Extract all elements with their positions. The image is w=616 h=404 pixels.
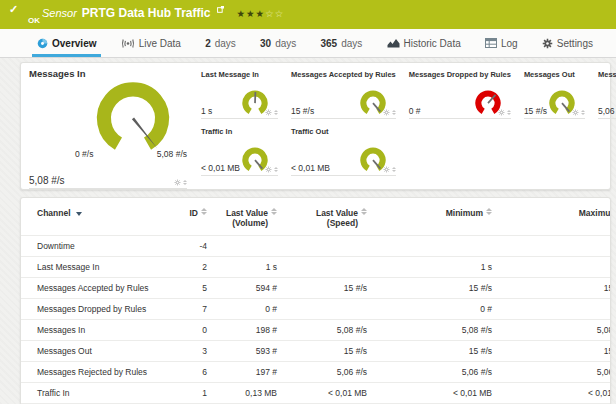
cell-minimum: 15 #/s [371,341,496,362]
gauge-scale-max: 5,08 #/s [157,149,187,159]
cell-maximum: 2 s [496,257,611,278]
column-header-last-value-volume[interactable]: Last Value (Volume) [211,204,281,236]
gauge-mini-icons [174,179,187,186]
star-empty-icon[interactable]: ☆ [265,8,275,19]
updown-arrows-icon[interactable] [274,110,278,115]
gauge-title: Traffic Out [291,127,396,137]
gauge-traffic-out[interactable]: Traffic Out < 0,01 MB [291,127,396,176]
cell-id: -4 [171,236,211,257]
gauge-last-message-in[interactable]: Last Message In 1 s [201,70,278,119]
updown-arrows-icon[interactable] [392,110,396,115]
gauge-value: 0 # [409,106,421,118]
sort-icon [361,208,367,215]
cell-maximum: < 0,01 MB [496,383,611,404]
cell-last-value-volume: 593 # [211,341,281,362]
star-empty-icon[interactable]: ☆ [275,8,285,19]
table-row: Messages In 0 198 # 5,08 #/s 5,08 #/s 5,… [21,320,611,341]
cell-minimum: 1 s [371,257,496,278]
cell-minimum: 5,08 #/s [371,320,496,341]
live-data-icon [121,38,135,49]
updown-arrows-icon[interactable] [274,167,278,172]
cell-channel: Messages Out [21,341,171,362]
gear-icon[interactable] [174,179,181,186]
cell-id: 5 [171,278,211,299]
updown-arrows-icon[interactable] [581,110,585,115]
updown-arrows-icon[interactable] [392,167,396,172]
cell-minimum: < 0,01 MB [371,383,496,404]
gauge-value: 15 #/s [291,106,314,118]
column-header-maximum[interactable]: Maximum [496,204,611,236]
gear-icon[interactable] [383,166,390,173]
sort-icon [201,208,207,215]
column-header-channel[interactable]: Channel [21,204,171,236]
cell-maximum: 15 #/s [496,341,611,362]
gauge-value: < 0,01 MB [291,163,330,175]
priority-stars[interactable]: ★★★☆☆ [237,8,285,19]
tab-live-data[interactable]: Live Data [116,29,186,57]
table-header-row: Channel ID Last Value (Volume) Last Valu… [21,204,611,236]
gear-icon[interactable] [265,166,272,173]
gauge-messages-in[interactable]: Messages In 0 #/s 5,08 #/s 5,08 #/s [29,68,187,189]
cell-last-value-speed: 15 #/s [281,341,371,362]
cell-last-value-volume: 0,13 MB [211,383,281,404]
tab-historic-data[interactable]: Historic Data [382,29,466,57]
cell-maximum: 5,08 #/s [496,320,611,341]
sort-icon [486,208,492,215]
gauge-traffic-in[interactable]: Traffic In < 0,01 MB [201,127,278,176]
tab-365-days[interactable]: 365 days [315,29,367,57]
gauge-scale-min: 0 #/s [75,149,93,159]
tab-overview[interactable]: Overview [32,29,101,57]
gauges-panel: Messages In 0 #/s 5,08 #/s 5,08 #/s [20,62,611,190]
tab-30-days[interactable]: 30 days [255,29,301,57]
historic-data-icon [387,38,400,48]
gear-icon[interactable] [498,109,505,116]
tab-2-days[interactable]: 2 days [200,29,241,57]
cell-maximum: 0 # [496,299,611,320]
gauge-value: 15 #/s [524,106,547,118]
gauge-mini-icons [383,166,396,173]
cell-last-value-volume: 594 # [211,278,281,299]
tab-label: days [341,38,362,49]
overview-icon [37,38,48,49]
gauge-messages-rejected-by-rules[interactable]: Messages Rejected by Rules 5,06 #/s [598,70,616,119]
content-area: Messages In 0 #/s 5,08 #/s 5,08 #/s [0,58,616,404]
column-header-id[interactable]: ID [171,204,211,236]
gauge-title: Messages Accepted by Rules [291,70,396,80]
gauge-mini-icons [265,166,278,173]
tab-label: Settings [557,38,593,49]
tab-number: 30 [260,38,271,49]
star-filled-icon[interactable]: ★ [246,8,256,19]
gear-icon[interactable] [383,109,390,116]
column-header-minimum[interactable]: Minimum [371,204,496,236]
updown-arrows-icon[interactable] [183,180,187,185]
gauge-value: 5,06 #/s [598,106,616,118]
gauge-messages-accepted-by-rules[interactable]: Messages Accepted by Rules 15 #/s [291,70,396,119]
table-row: Last Message In 2 1 s 1 s 2 s [21,257,611,278]
small-gauges-grid: Last Message In 1 s Messages Accepted by… [201,68,616,189]
tab-log[interactable]: Log [480,29,523,57]
cell-maximum: 15 #/s [496,278,611,299]
gauge-scale: 0 #/s 5,08 #/s [69,149,187,159]
column-header-last-value-speed[interactable]: Last Value (Speed) [281,204,371,236]
gauge-title: Traffic In [201,127,278,137]
cell-id: 7 [171,299,211,320]
cell-channel: Messages Accepted by Rules [21,278,171,299]
star-filled-icon[interactable]: ★ [256,8,266,19]
star-filled-icon[interactable]: ★ [237,8,247,19]
cell-id: 3 [171,341,211,362]
tab-settings[interactable]: Settings [537,29,598,57]
gauge-messages-out[interactable]: Messages Out 15 #/s [524,70,585,119]
tab-label: Live Data [139,38,181,49]
cell-id: 2 [171,257,211,278]
external-window-icon[interactable] [217,0,224,17]
table-row: Messages Rejected by Rules 6 197 # 5,06 … [21,362,611,383]
gauge-messages-dropped-by-rules[interactable]: Messages Dropped by Rules 0 # [409,70,511,119]
gear-icon[interactable] [265,109,272,116]
gauge-value: < 0,01 MB [201,163,240,175]
gauge-mini-icons [383,109,396,116]
gear-icon[interactable] [572,109,579,116]
updown-arrows-icon[interactable] [507,110,511,115]
table-row: Traffic In 1 0,13 MB < 0,01 MB < 0,01 MB… [21,383,611,404]
cell-last-value-speed: 5,08 #/s [281,320,371,341]
cell-id: 0 [171,320,211,341]
